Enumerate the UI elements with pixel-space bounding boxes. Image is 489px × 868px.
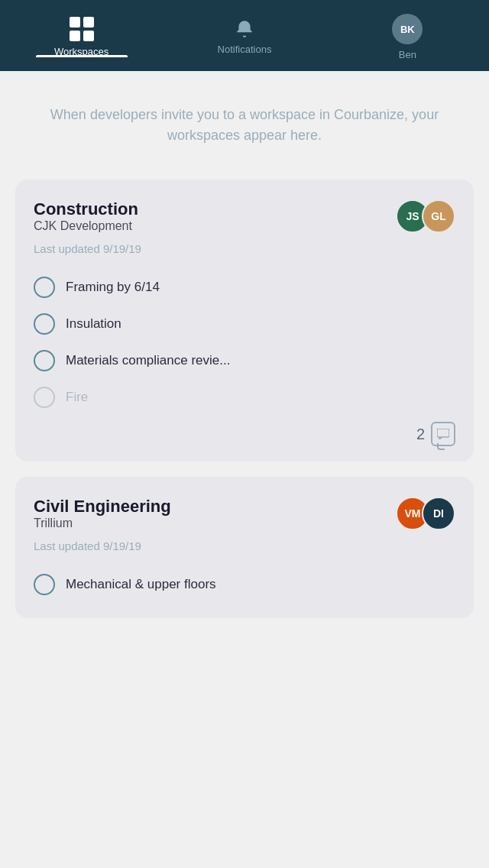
card-subtitle: Trillium <box>34 517 171 530</box>
task-item[interactable]: Framing by 6/14 <box>34 269 455 306</box>
task-item-disabled: Fire <box>34 379 455 416</box>
app-header: Workspaces Notifications BK Ben <box>0 0 489 71</box>
task-label: Mechanical & upper floors <box>66 577 216 592</box>
workspace-card-construction[interactable]: Construction CJK Development JS GL Last … <box>15 180 474 462</box>
task-list: Framing by 6/14 Insulation Materials com… <box>34 269 455 416</box>
workspaces-icon <box>70 17 94 41</box>
task-label: Framing by 6/14 <box>66 280 160 295</box>
card-title-group: Construction CJK Development <box>34 199 138 235</box>
nav-workspaces-label: Workspaces <box>54 46 108 57</box>
task-checkbox[interactable] <box>34 574 55 595</box>
task-label: Insulation <box>66 316 121 332</box>
nav-workspaces[interactable]: Workspaces <box>0 17 163 57</box>
nav-notifications[interactable]: Notifications <box>163 19 325 55</box>
task-list: Mechanical & upper floors <box>34 566 455 603</box>
task-item[interactable]: Materials compliance revie... <box>34 342 455 379</box>
card-header: Construction CJK Development JS GL <box>34 199 455 235</box>
comment-count: 2 <box>416 426 425 443</box>
avatar: BK <box>392 14 423 44</box>
task-checkbox[interactable] <box>34 313 55 335</box>
task-checkbox-disabled <box>34 387 55 408</box>
empty-state-text: When developers invite you to a workspac… <box>0 71 489 180</box>
bell-icon <box>235 19 254 39</box>
card-title: Civil Engineering <box>34 497 171 517</box>
card-title: Construction <box>34 199 138 219</box>
avatar-stack: VM DI <box>396 497 455 530</box>
svg-rect-0 <box>437 429 449 437</box>
card-title-group: Civil Engineering Trillium <box>34 497 171 532</box>
last-updated: Last updated 9/19/19 <box>34 242 455 255</box>
workspaces-list: Construction CJK Development JS GL Last … <box>0 180 489 641</box>
avatar-gl: GL <box>422 199 455 233</box>
last-updated: Last updated 9/19/19 <box>34 539 455 552</box>
card-header: Civil Engineering Trillium VM DI <box>34 497 455 532</box>
card-footer: 2 <box>34 422 455 446</box>
card-subtitle: CJK Development <box>34 219 138 233</box>
task-item[interactable]: Insulation <box>34 306 455 342</box>
task-label: Materials compliance revie... <box>66 353 230 368</box>
avatar-stack: JS GL <box>396 199 455 233</box>
task-checkbox[interactable] <box>34 350 55 371</box>
comment-icon[interactable] <box>431 422 455 446</box>
workspace-card-civil[interactable]: Civil Engineering Trillium VM DI Last up… <box>15 477 474 618</box>
task-item[interactable]: Mechanical & upper floors <box>34 566 455 603</box>
nav-profile[interactable]: BK Ben <box>326 14 489 60</box>
nav-profile-label: Ben <box>399 49 416 60</box>
task-label-disabled: Fire <box>66 390 88 405</box>
avatar-di: DI <box>422 497 455 530</box>
task-checkbox[interactable] <box>34 277 55 298</box>
nav-notifications-label: Notifications <box>218 44 272 55</box>
